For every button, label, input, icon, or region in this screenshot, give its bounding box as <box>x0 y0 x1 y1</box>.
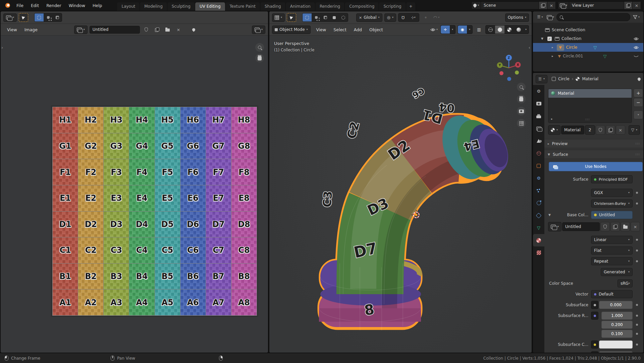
menu-file[interactable]: File <box>13 3 27 8</box>
tab-constraints[interactable] <box>533 209 544 222</box>
vp-proportional-edit-toggle[interactable]: ◦ <box>421 14 430 21</box>
scene-icon[interactable]: ▾ <box>472 2 481 9</box>
uv-image-new-button[interactable] <box>153 26 161 34</box>
projection-dropdown[interactable]: Flat▾ <box>591 246 633 255</box>
material-new-button[interactable] <box>606 125 615 135</box>
subsurface-color-swatch[interactable] <box>599 341 633 349</box>
subsurface-slider[interactable]: 0.000 <box>599 301 633 309</box>
uv-select-box-extend[interactable] <box>44 13 53 21</box>
workspace-tab-scripting[interactable]: Scripting <box>379 2 406 11</box>
image-unlink-button[interactable]: × <box>631 222 640 231</box>
pin-icon[interactable] <box>637 77 641 81</box>
uv-zoom-control[interactable] <box>255 43 264 52</box>
add-workspace-button[interactable]: + <box>406 2 416 11</box>
decorator-dot[interactable] <box>636 239 638 241</box>
vp-shading-rendered[interactable] <box>514 26 523 34</box>
disclosure-triangle-icon[interactable]: ▼ <box>541 37 543 40</box>
workspace-tab-animation[interactable]: Animation <box>286 2 315 11</box>
vp-mode-dropdown[interactable]: Object Mode▾ <box>272 26 311 34</box>
vp-menu-view[interactable]: View <box>313 27 330 32</box>
vp-select-box-extend[interactable] <box>312 13 321 21</box>
outliner-label[interactable]: Scene Collection <box>552 28 585 32</box>
subsurface-color-socket[interactable] <box>591 341 598 349</box>
tab-modifiers[interactable]: ⚙ <box>533 172 544 184</box>
vp-shading-solid[interactable] <box>495 26 504 34</box>
tab-scene[interactable] <box>533 135 544 147</box>
material-slot-active[interactable]: Material <box>548 89 632 98</box>
vp-shading-wireframe[interactable] <box>486 26 495 34</box>
slot-remove-button[interactable]: − <box>634 98 643 107</box>
vp-camera-view-button[interactable] <box>517 107 526 116</box>
vp-select-box-intersect[interactable] <box>339 13 348 21</box>
vp-canvas[interactable]: User Perspective (1) Collection | Circle… <box>269 36 532 353</box>
outliner-row-circle[interactable]: ▸ ▼ Circle ▽ <box>533 43 643 52</box>
menu-edit[interactable]: Edit <box>27 3 43 8</box>
workspace-tab-texture-paint[interactable]: Texture Paint <box>225 2 260 11</box>
eye-icon[interactable] <box>634 37 639 41</box>
scene-name[interactable]: Scene <box>481 3 539 8</box>
navigation-gizmo[interactable]: Z Y X <box>495 54 522 81</box>
decorator-dot[interactable] <box>636 324 638 326</box>
uv-select-box-subtract[interactable] <box>53 13 62 21</box>
scene-copy-button[interactable] <box>539 2 547 9</box>
decorator-dot[interactable] <box>636 304 638 306</box>
scene-unlink-button[interactable]: × <box>547 2 555 9</box>
vp-select-box-set[interactable] <box>303 13 312 21</box>
source-dropdown[interactable]: Generated▾ <box>601 268 633 276</box>
tab-object-data[interactable]: ▽ <box>533 222 544 234</box>
vp-select-box-invert[interactable] <box>330 13 339 21</box>
eye-icon[interactable] <box>634 46 639 49</box>
slot-list-expand-icon[interactable]: ▸ <box>551 117 553 121</box>
outliner-row-circle-001[interactable]: ▸ ▼ Circle.001 ▽ <box>533 52 643 60</box>
subsurface-radius-socket[interactable] <box>591 312 598 320</box>
outliner-search-input[interactable] <box>556 13 630 21</box>
material-browse-button[interactable]: ▾ <box>548 125 560 135</box>
base-color-button[interactable]: Untitled <box>591 211 633 219</box>
vp-select-box-subtract[interactable] <box>321 13 330 21</box>
uv-image-fake-user-button[interactable] <box>142 26 151 34</box>
outliner-row-collection[interactable]: ▼ ✓ Collection <box>533 34 643 43</box>
vp-menu-select[interactable]: Select <box>330 27 350 32</box>
surface-shader-button[interactable]: Principled BSDF <box>591 175 633 183</box>
subsurface-input-socket[interactable] <box>591 301 598 309</box>
decorator-dot[interactable] <box>636 344 638 346</box>
decorator-dot[interactable] <box>636 192 638 194</box>
workspace-tab-layout[interactable]: Layout <box>117 2 140 11</box>
outliner-display-mode-dropdown[interactable]: ☰▾ <box>536 13 544 21</box>
vector-button[interactable]: Default <box>591 290 633 298</box>
vp-active-tool-tweak[interactable] <box>287 13 296 22</box>
material-unlink-button[interactable]: × <box>616 125 625 135</box>
tab-tool[interactable]: ⚙ <box>533 85 544 97</box>
disclosure-triangle-icon[interactable]: ▸ <box>552 46 553 49</box>
node-tree-selector[interactable]: ▽▾ <box>629 125 640 135</box>
distribution-dropdown[interactable]: GGX▾ <box>591 189 633 197</box>
uv-editor-type-button[interactable]: ▾ <box>3 13 17 22</box>
subsurface-radius-z[interactable]: 0.100 <box>601 330 633 338</box>
uv-image-unlink-button[interactable]: × <box>174 26 183 34</box>
menu-window[interactable]: Window <box>65 3 89 8</box>
workspace-tab-shading[interactable]: Shading <box>260 2 286 11</box>
vp-gizmo-dropdown[interactable]: ▾ <box>450 26 455 34</box>
slot-specials-dropdown[interactable]: ▾ <box>634 110 643 119</box>
decorator-dot[interactable] <box>636 249 638 252</box>
decorator-dot[interactable] <box>636 333 638 335</box>
outliner-label-active[interactable]: Circle <box>566 45 578 50</box>
subsurface-radius-x[interactable]: 1.000 <box>601 312 633 320</box>
uv-color-grid-image[interactable]: H1H2H3H4H5H6H7H8G1G2G3G4G5G6G7G8F1F2F3F4… <box>53 107 257 315</box>
metallic-slider[interactable]: 0.000 <box>599 351 633 353</box>
uv-toolbar-toggle-arrow[interactable]: › <box>1 45 3 50</box>
vp-xray-toggle[interactable]: ▥ <box>475 26 483 34</box>
section-grip[interactable]: ∷∷ <box>636 153 640 156</box>
view-layer-icon[interactable]: ▾ <box>558 2 569 9</box>
menu-help[interactable]: Help <box>89 3 106 8</box>
base-color-disclosure-icon[interactable]: ▼ <box>548 213 551 217</box>
interpolation-dropdown[interactable]: Linear▾ <box>591 236 633 244</box>
image-fake-user-button[interactable] <box>600 222 610 231</box>
outliner-filter-dropdown[interactable]: ▾ <box>632 13 641 21</box>
search-field[interactable] <box>565 14 627 20</box>
breadcrumb-object[interactable]: Circle <box>558 77 570 81</box>
uv-canvas[interactable]: › H1H2H3H4H5H6H7H8G1G2G3G4G5G6G7G8F1F2F3… <box>1 36 268 353</box>
tab-world[interactable] <box>533 147 544 160</box>
breadcrumb-material[interactable]: Material <box>582 77 598 81</box>
uv-display-channels-button[interactable]: ▾ <box>252 26 265 34</box>
